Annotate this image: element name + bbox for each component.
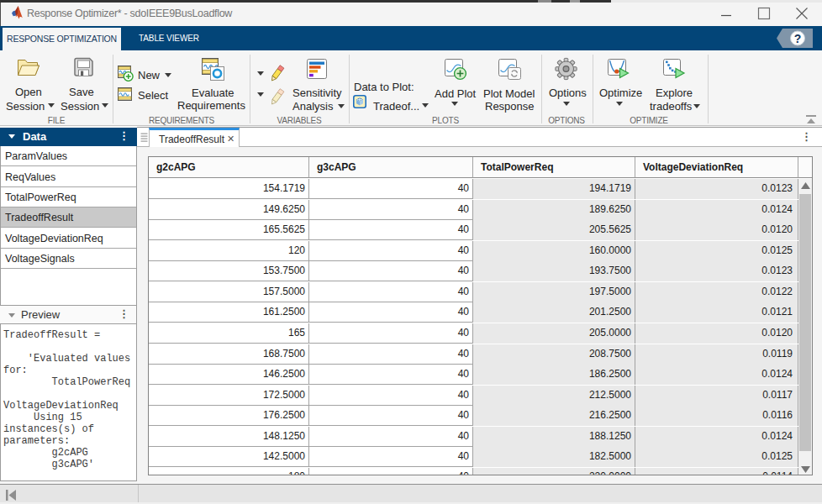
svg-text:?: ? [794,31,802,45]
